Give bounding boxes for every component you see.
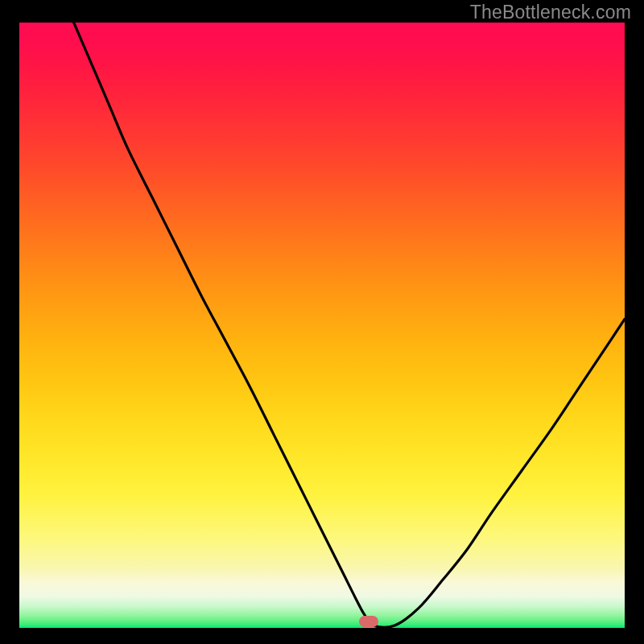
bottleneck-curve	[74, 23, 625, 627]
optimum-marker	[359, 616, 378, 627]
chart-frame: TheBottleneck.com	[0, 0, 644, 644]
plot-area	[19, 23, 625, 628]
curve-svg	[19, 23, 625, 628]
watermark-text: TheBottleneck.com	[470, 2, 631, 23]
